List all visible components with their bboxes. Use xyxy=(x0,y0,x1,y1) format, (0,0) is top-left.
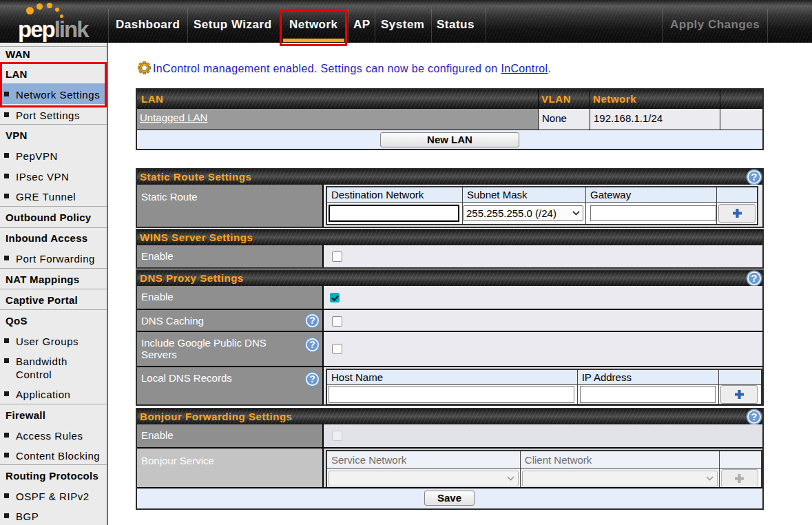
svg-text:?: ? xyxy=(309,373,315,384)
svg-text:?: ? xyxy=(751,171,758,183)
svg-text:?: ? xyxy=(309,339,315,350)
svg-text:?: ? xyxy=(751,272,758,284)
svg-text:?: ? xyxy=(751,411,758,422)
svg-text:?: ? xyxy=(309,315,315,326)
